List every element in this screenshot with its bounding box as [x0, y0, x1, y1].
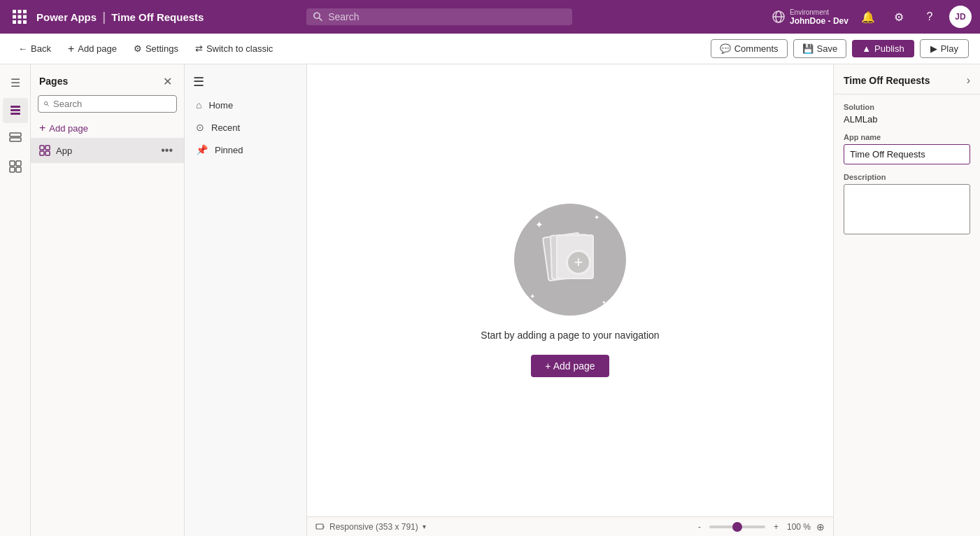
plus-icon: + — [68, 43, 74, 55]
svg-rect-21 — [10, 167, 15, 172]
add-page-button[interactable]: + Add page — [61, 39, 124, 59]
plus-circle-icon: + — [566, 250, 591, 275]
solution-value: ALMLab — [844, 114, 970, 125]
avatar[interactable]: JD — [949, 6, 972, 28]
description-label: Description — [844, 173, 970, 181]
statusbar: Responsive (353 x 791) ▾ - + 100 % ⊕ — [307, 516, 833, 536]
svg-rect-17 — [10, 133, 21, 136]
nav-item-home[interactable]: ⌂ Home — [185, 94, 306, 116]
description-textarea[interactable] — [844, 184, 970, 234]
svg-rect-20 — [16, 161, 21, 166]
app-page-icon — [39, 145, 50, 156]
nav-item-pinned[interactable]: 📌 Pinned — [185, 139, 306, 161]
toolbar: ← Back + Add page ⚙ Settings ⇄ Switch to… — [0, 34, 980, 64]
right-panel-header: Time Off Requests › — [834, 64, 980, 94]
app-name-label: App name — [844, 133, 970, 141]
help-icon[interactable]: ? — [918, 6, 941, 28]
zoom-slider[interactable] — [709, 526, 765, 528]
svg-rect-14 — [10, 106, 20, 108]
settings-icon[interactable]: ⚙ — [888, 6, 910, 28]
play-button[interactable]: ▶ Play — [920, 39, 969, 58]
zoom-minus-button[interactable]: - — [695, 522, 704, 532]
grid-icon[interactable] — [8, 6, 31, 28]
publish-button[interactable]: ▲ Publish — [852, 40, 914, 57]
pages-list-item-app[interactable]: App ••• — [31, 138, 184, 163]
settings-button[interactable]: ⚙ Settings — [127, 40, 185, 57]
zoom-percent-label: 100 % — [787, 522, 811, 532]
comments-button[interactable]: 💬 Comments — [711, 39, 788, 58]
pages-title: Pages — [39, 76, 68, 87]
svg-rect-18 — [10, 138, 21, 141]
sidebar-icons: ☰ — [0, 64, 31, 536]
canvas: ✦ ✦ ✦ ✦ + Start by adding a page to your… — [307, 64, 833, 536]
solution-label: Solution — [844, 103, 970, 111]
switch-icon: ⇄ — [195, 43, 203, 54]
save-icon: 💾 — [802, 43, 814, 54]
sidebar-hamburger-icon[interactable]: ☰ — [3, 70, 28, 95]
nav-panel: ☰ ⌂ Home ⊙ Recent 📌 Pinned — [185, 64, 307, 536]
pages-panel: Pages ✕ + Add page App ••• — [31, 64, 185, 536]
statusbar-right: - + 100 % ⊕ — [695, 521, 825, 533]
svg-rect-25 — [40, 146, 44, 150]
right-panel-expand-icon[interactable]: › — [967, 74, 970, 87]
main-layout: ☰ Pages ✕ + Add page App ••• — [0, 64, 980, 536]
topbar-search-container — [306, 8, 572, 25]
app-name-input[interactable] — [844, 144, 970, 164]
right-panel: Time Off Requests › Solution ALMLab App … — [833, 64, 980, 536]
zoom-fit-icon[interactable]: ⊕ — [816, 521, 825, 533]
svg-rect-1 — [18, 10, 22, 13]
statusbar-left: Responsive (353 x 791) ▾ — [315, 522, 426, 532]
sparkle-icon-tl: ✦ — [535, 219, 544, 230]
svg-line-10 — [319, 18, 322, 21]
play-icon: ▶ — [930, 43, 937, 54]
canvas-empty-text: Start by adding a page to your navigatio… — [481, 330, 659, 341]
sparkle-icon-tr: ✦ — [594, 213, 599, 221]
svg-rect-0 — [13, 10, 16, 13]
zoom-slider-thumb — [732, 522, 742, 532]
save-button[interactable]: 💾 Save — [793, 39, 847, 58]
sidebar-data-icon[interactable] — [3, 126, 28, 151]
recent-icon: ⊙ — [196, 122, 204, 133]
topbar-search-input[interactable] — [328, 11, 565, 22]
responsive-chevron-icon[interactable]: ▾ — [422, 523, 426, 530]
pages-search-icon — [44, 99, 49, 108]
responsive-icon — [315, 522, 325, 532]
notifications-icon[interactable]: 🔔 — [857, 6, 879, 28]
environment-icon — [772, 10, 786, 24]
back-button[interactable]: ← Back — [11, 40, 58, 57]
canvas-empty-icon: ✦ ✦ ✦ ✦ + — [514, 204, 626, 316]
svg-rect-15 — [10, 109, 20, 111]
canvas-add-page-button[interactable]: + Add page — [531, 355, 609, 377]
switch-classic-button[interactable]: ⇄ Switch to classic — [188, 40, 280, 57]
svg-rect-27 — [40, 151, 44, 155]
topbar-separator: | — [102, 10, 106, 24]
sidebar-components-icon[interactable] — [3, 154, 28, 179]
pages-add-page-button[interactable]: + Add page — [31, 118, 184, 138]
publish-icon: ▲ — [862, 43, 871, 54]
topbar: Power Apps | Time Off Requests Environme… — [0, 0, 980, 34]
sidebar-pages-icon[interactable] — [3, 98, 28, 123]
environment-text: Environment JohnDoe - Dev — [790, 8, 848, 26]
nav-item-recent[interactable]: ⊙ Recent — [185, 116, 306, 139]
svg-point-23 — [44, 101, 47, 104]
pages-header: Pages ✕ — [31, 64, 184, 95]
svg-rect-7 — [18, 20, 22, 24]
zoom-plus-button[interactable]: + — [771, 522, 781, 532]
sparkle-icon-bl: ✦ — [530, 292, 535, 300]
pages-add-icon: + — [39, 122, 45, 134]
canvas-inner: ✦ ✦ ✦ ✦ + Start by adding a page to your… — [307, 64, 833, 516]
nav-menu-icon[interactable]: ☰ — [185, 70, 306, 94]
svg-rect-3 — [13, 15, 16, 19]
pages-item-more-button[interactable]: ••• — [158, 143, 176, 158]
right-panel-title: Time Off Requests — [844, 75, 930, 86]
pin-icon: 📌 — [196, 144, 208, 155]
topbar-brand: Power Apps | Time Off Requests — [36, 10, 204, 24]
pages-close-button[interactable]: ✕ — [159, 73, 176, 90]
svg-rect-22 — [16, 167, 21, 172]
toolbar-right: 💬 Comments 💾 Save ▲ Publish ▶ Play — [711, 39, 969, 58]
svg-rect-16 — [10, 113, 20, 115]
pages-search-container — [38, 95, 177, 113]
svg-rect-4 — [18, 15, 22, 19]
environment-info: Environment JohnDoe - Dev — [772, 8, 848, 26]
pages-search-input[interactable] — [53, 99, 171, 109]
